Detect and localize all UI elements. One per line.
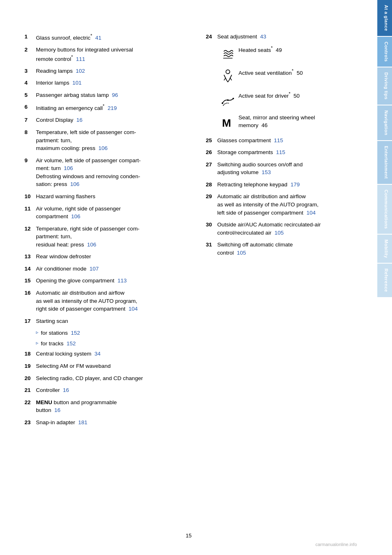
list-item: 7 Control Display 16 [24, 116, 189, 124]
list-item: 12 Temperature, right side of passenger … [24, 225, 189, 249]
item-number: 18 [24, 350, 36, 358]
item-text: Retracting telephone keypad 179 [217, 181, 300, 189]
list-item: 18 Central locking system 34 [24, 350, 189, 358]
list-item: 23 Snap-in adapter 181 [24, 418, 189, 427]
item-text: Selecting AM or FM waveband [36, 362, 111, 370]
item-text: Storage compartments 115 [217, 148, 285, 157]
item-number: 2 [24, 46, 36, 63]
sub-item-tracks: ▹ for tracks 152 [24, 340, 189, 348]
arrow-icon: ▹ [36, 329, 38, 337]
item-number: 28 [206, 181, 217, 189]
list-item: 29 Automatic air distribution and airflo… [206, 192, 361, 217]
item-text: Seat adjustment 43 [217, 33, 266, 41]
svg-text:M: M [222, 117, 231, 129]
svg-point-5 [227, 99, 229, 101]
main-content: 1 Glass sunroof, electric* 41 2 Memory b… [0, 0, 377, 555]
item-text: Selecting radio, CD player, and CD chang… [36, 374, 143, 383]
active-seat-driver-icon [220, 92, 236, 107]
item-number: 20 [24, 374, 36, 383]
item-number: 19 [24, 362, 36, 370]
item-text: Active seat ventilation* 50 [238, 68, 303, 77]
svg-line-2 [224, 78, 226, 80]
sidebar-tab-communications[interactable]: Communications [377, 185, 392, 234]
item-text: Heated seats* 49 [238, 45, 282, 54]
list-item: 28 Retracting telephone keypad 179 [206, 181, 361, 189]
icon-item-heated-seats: Heated seats* 49 [217, 45, 361, 61]
item-text: Controller 16 [36, 386, 69, 394]
seat-memory-icon-box: M [217, 114, 238, 130]
item-number: 25 [206, 137, 217, 145]
list-item: 4 Interior lamps 101 [24, 79, 189, 87]
list-item: 1 Glass sunroof, electric* 41 [24, 33, 189, 42]
seat-memory-icon: M [220, 114, 236, 130]
list-item: 8 Temperature, left side of passenger co… [24, 128, 189, 152]
list-item: 17 Starting scan [24, 317, 189, 325]
item-text: Air conditioner mode 107 [36, 265, 99, 273]
item-number: 4 [24, 79, 36, 87]
icon-item-active-seat: Active seat for driver* 50 [217, 91, 361, 107]
item-text: Central locking system 34 [36, 350, 100, 358]
sidebar-tab-navigation[interactable]: Navigation [377, 105, 392, 140]
item-number: 15 [24, 277, 36, 285]
list-item: 19 Selecting AM or FM waveband [24, 362, 189, 370]
watermark: carmanualonline.info [315, 542, 357, 547]
item-text: MENU button and programmablebutton 16 [36, 398, 117, 414]
svg-point-4 [222, 102, 223, 104]
item-text: Automatic air distribution and airflowas… [36, 289, 138, 313]
icon-item-seat-ventilation: Active seat ventilation* 50 [217, 68, 361, 84]
list-item: 27 Switching audio sources on/off andadj… [206, 161, 361, 177]
sidebar-tab-controls[interactable]: Controls [377, 37, 392, 67]
svg-point-6 [232, 98, 234, 99]
item-number: 12 [24, 225, 36, 249]
list-item: 6 Initiating an emergency call* 219 [24, 103, 189, 112]
list-item: 25 Glasses compartment 115 [206, 137, 361, 145]
active-seat-icon-box [217, 91, 238, 107]
list-item: 22 MENU button and programmablebutton 16 [24, 398, 189, 414]
list-item: 11 Air volume, right side of passengerco… [24, 205, 189, 221]
item-text: Interior lamps 101 [36, 79, 82, 87]
item-number: 10 [24, 192, 36, 201]
seat-ventilation-icon-box [217, 68, 238, 84]
item-number: 16 [24, 289, 36, 313]
item-number: 22 [24, 398, 36, 414]
item-text: Hazard warning flashers [36, 192, 96, 201]
list-item: 24 Seat adjustment 43 [206, 33, 361, 41]
right-sidebar: At a glance Controls Driving tips Naviga… [377, 0, 392, 555]
item-number: 26 [206, 148, 217, 157]
heated-seats-icon [220, 46, 236, 61]
item-number: 23 [24, 418, 36, 427]
list-item: 31 Switching off automatic climatecontro… [206, 241, 361, 257]
item-text: for stations 152 [41, 329, 80, 337]
content-columns: 1 Glass sunroof, electric* 41 2 Memory b… [24, 33, 361, 430]
item-text: Outside air/AUC Automatic recirculated-a… [217, 221, 321, 237]
list-item: 14 Air conditioner mode 107 [24, 265, 189, 273]
item-number: 29 [206, 192, 217, 217]
item-number: 21 [24, 386, 36, 394]
item-text: Seat, mirror and steering wheelmemory 46 [238, 114, 315, 130]
item-text: Reading lamps 102 [36, 67, 85, 75]
item-number: 31 [206, 241, 217, 257]
item-number: 3 [24, 67, 36, 75]
item-number: 24 [206, 33, 217, 41]
page-container: 1 Glass sunroof, electric* 41 2 Memory b… [0, 0, 392, 555]
sidebar-tab-at-a-glance[interactable]: At a glance [377, 0, 392, 36]
item-text: Snap-in adapter 181 [36, 418, 87, 427]
sidebar-tab-mobility[interactable]: Mobility [377, 235, 392, 263]
item-text: Switching audio sources on/off andadjust… [217, 161, 303, 177]
svg-point-1 [226, 69, 230, 74]
sidebar-tab-entertainment[interactable]: Entertainment [377, 141, 392, 184]
item-text: Glasses compartment 115 [217, 137, 283, 145]
item-text: Active seat for driver* 50 [238, 91, 300, 100]
item-text: Automatic air distribution and airflowas… [217, 192, 318, 217]
item-number: 13 [24, 253, 36, 261]
list-item: 3 Reading lamps 102 [24, 67, 189, 75]
sidebar-tab-reference[interactable]: Reference [377, 264, 392, 297]
seat-ventilation-icon [220, 69, 236, 84]
heated-seats-icon-box [217, 45, 238, 61]
item-number: 7 [24, 116, 36, 124]
item-number: 5 [24, 91, 36, 99]
item-number: 6 [24, 103, 36, 112]
sidebar-tab-driving-tips[interactable]: Driving tips [377, 67, 392, 105]
page-number: 15 [186, 533, 192, 539]
icon-item-seat-memory: M Seat, mirror and steering wheelmemory … [217, 114, 361, 130]
